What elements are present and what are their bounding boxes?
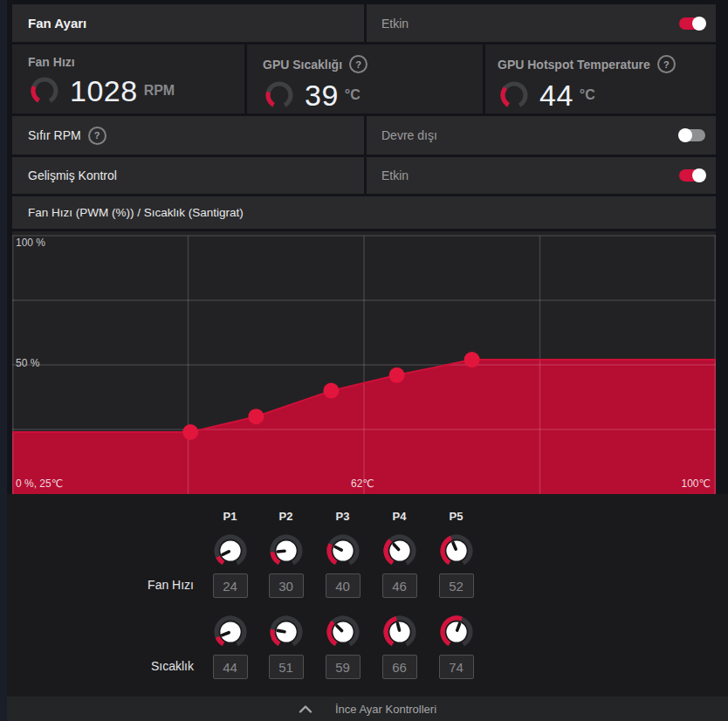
point-label-P2: P2 [258,510,314,523]
fan-knob-P1[interactable] [202,532,258,570]
zero-rpm-status: Devre dışı [381,128,437,142]
curve-point-P4[interactable] [389,367,405,383]
chart-title: Fan Hızı (PWM (%)) / Sıcaklık (Santigrat… [28,206,244,219]
toggle-knob [692,168,706,182]
gpu-hotspot-gauge-icon [498,79,531,112]
temp-value-input-P2[interactable] [269,655,304,679]
curve-point-P1[interactable] [182,424,198,440]
gpu-hotspot-label: GPU Hotspot Temperature [498,58,650,72]
temp-knob-P4[interactable] [371,613,428,651]
fan-setting-toggle[interactable] [679,17,705,30]
fan-speed-value: 1028 [70,76,138,106]
fan-value-input-P1-wrap [202,573,258,598]
fan-knob-P3[interactable] [314,532,371,570]
temp-value-input-P3-wrap [314,655,371,679]
temp-value-input-P5-wrap [428,655,484,679]
temp-value-input-P1[interactable] [213,655,248,679]
fan-value-input-P3-wrap [314,573,371,598]
zero-rpm-label-panel: Sıfır RPM ? [12,116,364,154]
temp-knob-P2[interactable] [258,613,314,651]
fine-tuning-controls: Fan Hızı Sıcaklık P1 P2 P3 P4 [7,494,728,697]
temp-row-label: Sıcaklık [19,659,194,673]
help-icon[interactable]: ? [349,55,367,73]
gpu-temp-unit: °C [345,87,361,103]
temp-knob-P3[interactable] [314,613,371,651]
point-label-P4: P4 [371,510,428,523]
advanced-control-label-panel: Gelişmiş Kontrol [12,157,364,194]
fan-curve-svg [12,231,716,494]
temp-knob-P5[interactable] [428,613,484,651]
left-edge-strip [0,0,7,721]
fan-speed-gauge-icon [28,74,61,107]
help-icon[interactable]: ? [657,55,676,73]
advanced-control-status: Etkin [381,168,409,182]
fan-speed-unit: RPM [144,83,175,99]
fan-speed-metric-cell: Fan Hızı 1028 RPM [12,45,244,113]
gpu-temp-metric-cell: GPU Sıcaklığı ? 39 °C [247,45,483,113]
chevron-up-icon [299,705,312,713]
fan-value-input-P5-wrap [428,573,484,598]
fan-row-label: Fan Hızı [19,578,194,592]
gpu-temp-label: GPU Sıcaklığı [263,58,342,72]
advanced-control-toggle-panel: Etkin [367,157,716,194]
zero-rpm-toggle[interactable] [679,129,705,141]
fan-knob-P5[interactable] [428,532,484,570]
temp-value-input-P3[interactable] [326,655,361,679]
page-title: Fan Ayarı [28,16,86,31]
curve-point-P5[interactable] [464,352,480,367]
temp-value-input-P2-wrap [258,655,314,679]
help-icon[interactable]: ? [88,127,106,145]
temp-value-input-P5[interactable] [439,655,474,679]
fan-value-input-P2-wrap [258,573,314,598]
curve-point-P3[interactable] [323,383,339,399]
toggle-knob [678,128,692,142]
gpu-hotspot-unit: °C [580,87,595,103]
gpu-temp-gauge-icon [263,79,296,112]
gpu-temp-value: 39 [305,80,339,110]
fan-curve-chart[interactable]: 100 % 50 % 0 %, 25℃ 62℃ 100℃ [12,231,716,494]
fan-value-input-P2[interactable] [269,573,304,598]
gpu-hotspot-metric-cell: GPU Hotspot Temperature ? 44 °C [485,45,716,113]
temp-value-input-P1-wrap [202,655,258,679]
temp-value-input-P4-wrap [371,655,428,679]
footer-label: İnce Ayar Kontrolleri [335,703,436,716]
point-label-P3: P3 [314,510,371,523]
toggle-knob [692,17,706,31]
temp-value-input-P4[interactable] [382,655,417,679]
gpu-hotspot-value: 44 [539,80,573,110]
chart-title-panel: Fan Hızı (PWM (%)) / Sıcaklık (Santigrat… [12,196,716,229]
advanced-control-label: Gelişmiş Kontrol [28,168,117,182]
point-label-P5: P5 [428,510,484,523]
fan-setting-toggle-panel: Etkin [367,4,716,42]
fan-setting-status: Etkin [381,17,409,31]
temp-knob-P1[interactable] [202,613,258,651]
fan-value-input-P4[interactable] [382,573,417,598]
fan-speed-label: Fan Hızı [28,55,75,69]
fan-knob-P4[interactable] [371,532,428,570]
curve-point-P2[interactable] [248,409,264,424]
point-label-P1: P1 [202,510,258,523]
fan-value-input-P1[interactable] [213,573,248,598]
zero-rpm-toggle-panel: Devre dışı [367,116,716,154]
zero-rpm-label: Sıfır RPM [28,128,81,142]
fan-value-input-P3[interactable] [326,573,361,598]
fan-knob-P2[interactable] [258,532,314,570]
fan-value-input-P4-wrap [371,573,428,598]
fan-setting-header-panel: Fan Ayarı [12,4,364,42]
fine-tuning-collapse-button[interactable]: İnce Ayar Kontrolleri [7,697,728,721]
advanced-control-toggle[interactable] [679,169,705,182]
fan-value-input-P5[interactable] [439,573,474,598]
